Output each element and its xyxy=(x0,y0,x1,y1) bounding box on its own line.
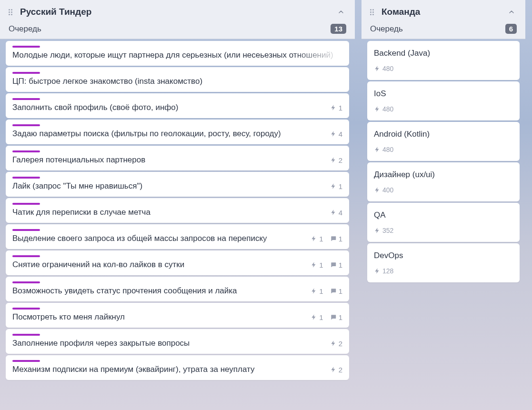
card-meta: 2 xyxy=(330,156,342,164)
task-card[interactable]: Чатик для переписки в случае метча4 xyxy=(6,198,349,223)
team-card[interactable]: Android (Kotlin)480 xyxy=(367,122,520,161)
color-tag[interactable] xyxy=(12,150,40,152)
comment-icon xyxy=(330,314,337,320)
effort-value: 1 xyxy=(319,261,323,269)
task-card[interactable]: Лайк (запрос "Ты мне нравишься")1 xyxy=(6,172,349,197)
card-body-row: Возможность увидеть статус прочтения соо… xyxy=(12,286,342,296)
color-tag[interactable] xyxy=(12,72,40,74)
color-tag[interactable] xyxy=(12,255,40,257)
team-card[interactable]: DevOps128 xyxy=(367,243,520,282)
card-title: Возможность увидеть статус прочтения соо… xyxy=(12,286,305,296)
color-tag[interactable] xyxy=(12,229,40,231)
card-meta: 11 xyxy=(311,287,342,295)
collapse-button[interactable] xyxy=(506,7,517,17)
effort-value: 4 xyxy=(339,130,342,138)
card-title: DevOps xyxy=(374,251,513,260)
task-card[interactable]: Заполнить свой профиль (своё фото, инфо)… xyxy=(6,93,349,118)
card-meta: 400 xyxy=(374,186,513,194)
color-tag[interactable] xyxy=(12,46,40,48)
task-card[interactable]: Задаю параметры поиска (фильтры по геоло… xyxy=(6,120,349,144)
column-title-row: Команда xyxy=(370,7,517,17)
bolt-icon xyxy=(330,183,337,190)
column-title[interactable]: Команда xyxy=(381,7,502,17)
effort-badge: 1 xyxy=(311,235,323,243)
effort-value: 2 xyxy=(339,366,342,374)
collapse-button[interactable] xyxy=(336,7,346,17)
bolt-icon xyxy=(374,106,381,112)
team-card[interactable]: Дизайнер (ux/ui)400 xyxy=(367,162,520,201)
board-column-team: Команда Очередь 6 Backend (Java)480IoS48… xyxy=(361,0,525,410)
task-card[interactable]: Молодые люди, которые ищут партнера для … xyxy=(6,41,349,66)
task-card[interactable]: Посмотреть кто меня лайкнул11 xyxy=(6,303,349,328)
card-body-row: Снятие ограничений на кол-во лайков в су… xyxy=(12,260,342,270)
queue-label[interactable]: Очередь xyxy=(370,24,403,34)
color-tag[interactable] xyxy=(12,281,40,283)
task-card[interactable]: ЦП: быстрое легкое знакомство (insta зна… xyxy=(6,67,349,92)
color-tag[interactable] xyxy=(12,203,40,205)
card-meta: 128 xyxy=(374,267,513,275)
drag-handle-icon[interactable] xyxy=(370,9,377,15)
card-meta: 480 xyxy=(374,146,513,153)
color-tag[interactable] xyxy=(12,308,40,310)
effort-value: 1 xyxy=(339,104,342,112)
comment-badge: 1 xyxy=(330,313,342,321)
color-tag[interactable] xyxy=(12,360,40,362)
card-title: Молодые люди, которые ищут партнера для … xyxy=(12,50,342,60)
card-body-row: Механизм подписки на премиум (эквайринг)… xyxy=(12,365,342,374)
bolt-icon xyxy=(330,104,337,111)
cards-list-left[interactable]: Молодые люди, которые ищут партнера для … xyxy=(0,39,355,410)
color-tag[interactable] xyxy=(12,124,40,126)
effort-badge: 480 xyxy=(374,146,393,153)
effort-value: 400 xyxy=(382,186,393,194)
card-meta: 11 xyxy=(311,235,342,243)
bolt-icon xyxy=(330,209,337,216)
effort-value: 480 xyxy=(382,146,393,153)
card-title: Чатик для переписки в случае метча xyxy=(12,208,324,217)
effort-badge: 2 xyxy=(330,340,342,348)
task-card[interactable]: Возможность увидеть статус прочтения соо… xyxy=(6,277,349,301)
task-card[interactable]: Механизм подписки на премиум (эквайринг)… xyxy=(6,355,349,380)
team-card[interactable]: QA352 xyxy=(367,203,520,242)
effort-value: 1 xyxy=(339,182,342,190)
column-title-row: Русский Тиндер xyxy=(9,7,346,17)
card-body-row: Заполнить свой профиль (своё фото, инфо)… xyxy=(12,103,342,112)
effort-value: 1 xyxy=(319,287,323,295)
bolt-icon xyxy=(374,268,381,274)
card-meta: 11 xyxy=(311,313,342,321)
column-header: Команда Очередь 6 xyxy=(361,0,525,39)
drag-handle-icon[interactable] xyxy=(9,9,15,15)
comment-icon xyxy=(330,235,337,242)
effort-badge: 1 xyxy=(311,313,323,321)
chevron-up-icon xyxy=(337,8,345,16)
color-tag[interactable] xyxy=(12,334,40,336)
card-meta: 2 xyxy=(330,340,342,348)
effort-badge: 2 xyxy=(330,156,342,164)
task-card[interactable]: Галерея потенциальных партнеров2 xyxy=(6,146,349,170)
task-card[interactable]: Снятие ограничений на кол-во лайков в су… xyxy=(6,250,349,275)
effort-value: 1 xyxy=(319,235,323,243)
comment-icon xyxy=(330,261,337,268)
color-tag[interactable] xyxy=(12,177,40,179)
task-card[interactable]: Выделение своего запроса из общей массы … xyxy=(6,224,349,249)
comment-count: 1 xyxy=(339,261,342,269)
effort-badge: 480 xyxy=(374,105,393,113)
card-meta: 2 xyxy=(330,366,342,374)
card-meta: 352 xyxy=(374,227,513,234)
card-body-row: Галерея потенциальных партнеров2 xyxy=(12,155,342,165)
column-header: Русский Тиндер Очередь 13 xyxy=(0,0,355,39)
card-title: Дизайнер (ux/ui) xyxy=(374,170,513,180)
effort-badge: 400 xyxy=(374,186,393,194)
card-title: ЦП: быстрое легкое знакомство (insta зна… xyxy=(12,77,342,86)
effort-value: 4 xyxy=(339,209,342,217)
team-card[interactable]: IoS480 xyxy=(367,81,520,120)
cards-list-right[interactable]: Backend (Java)480IoS480Android (Kotlin)4… xyxy=(361,39,525,410)
chevron-up-icon xyxy=(508,8,515,16)
team-card[interactable]: Backend (Java)480 xyxy=(367,41,520,80)
queue-label[interactable]: Очередь xyxy=(9,24,41,34)
color-tag[interactable] xyxy=(12,98,40,100)
task-card[interactable]: Заполнение профиля через закрытые вопрос… xyxy=(6,329,349,354)
card-title: Снятие ограничений на кол-во лайков в су… xyxy=(12,260,305,270)
card-body-row: ЦП: быстрое легкое знакомство (insta зна… xyxy=(12,77,342,86)
comment-icon xyxy=(330,288,337,294)
column-title[interactable]: Русский Тиндер xyxy=(20,7,331,17)
